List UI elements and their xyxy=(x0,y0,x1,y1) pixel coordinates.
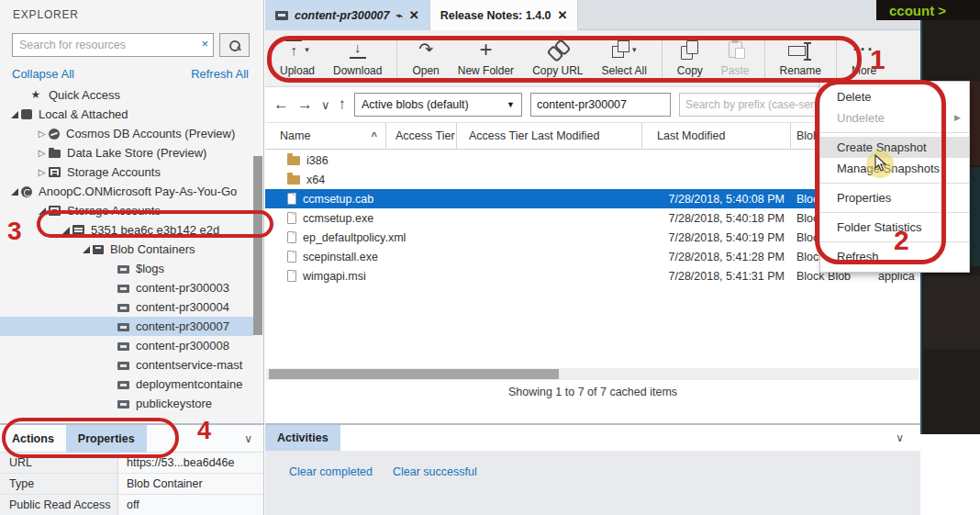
annotation-number-3: 3 xyxy=(7,217,22,246)
chevron-down-icon: ▾ xyxy=(632,45,637,54)
clear-successful-link[interactable]: Clear successful xyxy=(393,465,477,515)
annotation-number-4: 4 xyxy=(197,417,211,445)
horizontal-scrollbar[interactable] xyxy=(266,368,919,380)
expander-collapsed-icon[interactable]: ▷ xyxy=(35,162,49,182)
azure-account-icon xyxy=(21,186,32,197)
tab-activities[interactable]: Activities xyxy=(265,425,340,451)
paste-button[interactable]: Paste xyxy=(712,34,759,84)
column-header-access-tier[interactable]: Access Tier xyxy=(386,123,457,149)
tab-content-pr300007[interactable]: content-pr300007 ⌁ ✕ xyxy=(265,0,429,30)
history-chevron-down-icon[interactable]: ∨ xyxy=(321,98,330,112)
container-icon xyxy=(117,362,129,370)
blob-view-dropdown[interactable]: Active blobs (default) ▼ xyxy=(354,93,522,117)
tree-item-container-selected[interactable]: content-pr300007 xyxy=(0,317,253,336)
select-all-button[interactable]: ▾ Select All xyxy=(592,34,655,84)
expander-expanded-icon[interactable] xyxy=(7,188,21,196)
tree-item-container[interactable]: content-pr300008 xyxy=(0,336,253,355)
copy-url-icon xyxy=(548,40,568,59)
explorer-sidebar: EXPLORER × Collapse All Refresh All ★ Qu… xyxy=(0,0,264,423)
folder-icon xyxy=(287,156,300,165)
collapse-all-link[interactable]: Collapse All xyxy=(12,67,74,81)
resource-search-input[interactable] xyxy=(13,34,193,56)
search-clear-icon[interactable]: × xyxy=(201,37,208,50)
data-lake-icon xyxy=(49,150,61,158)
forward-icon[interactable]: → xyxy=(297,95,313,114)
tree-item-container[interactable]: content-pr300004 xyxy=(0,297,253,317)
clear-completed-link[interactable]: Clear completed xyxy=(289,465,373,515)
prefix-search-input[interactable] xyxy=(679,93,842,117)
menu-item-create-snapshot[interactable]: Create Snapshot xyxy=(820,137,969,158)
file-icon xyxy=(287,193,296,205)
tree-item-local-attached[interactable]: Local & Attached xyxy=(0,105,253,124)
column-header-access-tier-last-modified[interactable]: Access Tier Last Modified xyxy=(457,123,642,149)
activities-panel: Activities ∨ Clear completed Clear succe… xyxy=(265,423,920,515)
collapse-chevron-icon[interactable]: ∨ xyxy=(244,432,252,445)
tab-actions[interactable]: Actions xyxy=(0,425,66,453)
expander-expanded-icon[interactable] xyxy=(59,227,72,234)
tab-properties[interactable]: Properties xyxy=(66,425,147,453)
resource-tree: ★ Quick Access Local & Attached ▷ Cosmos… xyxy=(0,85,253,413)
editor-tabstrip: content-pr300007 ⌁ ✕ Release Notes: 1.4.… xyxy=(265,0,920,30)
expander-expanded-icon[interactable] xyxy=(35,207,49,215)
property-row-type: Type Blob Container xyxy=(0,474,263,495)
sidebar-scrollbar[interactable] xyxy=(253,156,262,335)
quick-access-icon: ★ xyxy=(29,85,42,105)
rename-icon xyxy=(788,41,812,58)
property-row-url: URL https://53...bea6d46e xyxy=(0,453,263,474)
expander-collapsed-icon[interactable]: ▷ xyxy=(35,143,49,162)
file-icon xyxy=(287,270,296,282)
search-button[interactable] xyxy=(219,33,250,57)
menu-item-delete[interactable]: Delete xyxy=(820,86,969,107)
rename-button[interactable]: Rename xyxy=(771,34,830,84)
sort-ascending-icon: ^ xyxy=(372,130,377,141)
open-icon: ↷ xyxy=(418,39,433,60)
expander-collapsed-icon[interactable]: ▷ xyxy=(35,124,49,143)
tree-item-storage-accounts-local[interactable]: ▷ Storage Accounts xyxy=(0,162,253,182)
tree-item-cosmos-db[interactable]: ▷ Cosmos DB Accounts (Preview) xyxy=(0,124,253,143)
tree-item-blob-containers[interactable]: Blob Containers xyxy=(0,240,253,259)
close-icon[interactable]: ✕ xyxy=(409,8,419,22)
upload-button[interactable]: ↑▾ Upload xyxy=(271,34,324,84)
refresh-all-link[interactable]: Refresh All xyxy=(191,67,249,81)
menu-item-manage-snapshots[interactable]: Manage Snapshots xyxy=(820,158,969,179)
tree-item-container[interactable]: publickeystore xyxy=(0,394,253,413)
close-icon[interactable]: ✕ xyxy=(558,8,568,22)
menu-separator xyxy=(820,132,969,133)
menu-item-properties[interactable]: Properties xyxy=(820,187,969,208)
up-icon[interactable]: ↑ xyxy=(339,95,347,114)
file-icon xyxy=(287,251,296,263)
video-overlay-banner: ccount > xyxy=(876,0,980,20)
download-button[interactable]: ↓ Download xyxy=(324,34,391,84)
cosmos-db-icon xyxy=(49,129,60,140)
file-icon xyxy=(287,212,296,224)
expander-expanded-icon[interactable] xyxy=(7,111,21,118)
new-folder-button[interactable]: + New Folder xyxy=(449,34,523,84)
tab-release-notes[interactable]: Release Notes: 1.4.0 ✕ xyxy=(429,0,579,30)
menu-separator xyxy=(820,183,969,184)
tree-item-container[interactable]: deploymentcontaine xyxy=(0,375,253,394)
column-header-name[interactable]: Name ^ xyxy=(265,123,386,149)
path-input[interactable] xyxy=(530,93,671,117)
container-icon xyxy=(117,304,129,312)
tree-item-data-lake[interactable]: ▷ Data Lake Store (Preview) xyxy=(0,143,253,162)
blob-containers-icon xyxy=(93,245,104,254)
menu-item-undelete[interactable]: Undelete ▶ xyxy=(820,107,969,129)
tree-item-storage-accounts-sub[interactable]: Storage Accounts xyxy=(0,201,253,220)
open-button[interactable]: ↷ Open xyxy=(403,34,448,84)
tree-item-subscription[interactable]: AnoopC.ONMicrosoft Pay-As-You-Go xyxy=(0,182,253,201)
copy-button[interactable]: Copy xyxy=(668,34,712,84)
tree-item-storage-account[interactable]: 5351 bea6c e3b142 e2d xyxy=(0,220,253,240)
tree-item-container[interactable]: contentservice-mast xyxy=(0,355,253,375)
container-icon xyxy=(117,381,129,389)
tree-item-container[interactable]: content-pr300003 xyxy=(0,278,253,297)
scrollbar-thumb[interactable] xyxy=(269,369,559,379)
tree-item-logs-container[interactable]: $logs xyxy=(0,259,253,278)
copy-url-button[interactable]: Copy URL xyxy=(523,34,592,84)
tree-item-quick-access[interactable]: ★ Quick Access xyxy=(0,85,253,105)
storage-accounts-icon xyxy=(49,167,61,177)
back-icon[interactable]: ← xyxy=(273,95,289,114)
column-header-last-modified[interactable]: Last Modified xyxy=(642,123,791,149)
collapse-chevron-icon[interactable]: ∨ xyxy=(896,431,904,444)
expander-expanded-icon[interactable] xyxy=(79,246,93,253)
container-icon xyxy=(117,265,129,274)
